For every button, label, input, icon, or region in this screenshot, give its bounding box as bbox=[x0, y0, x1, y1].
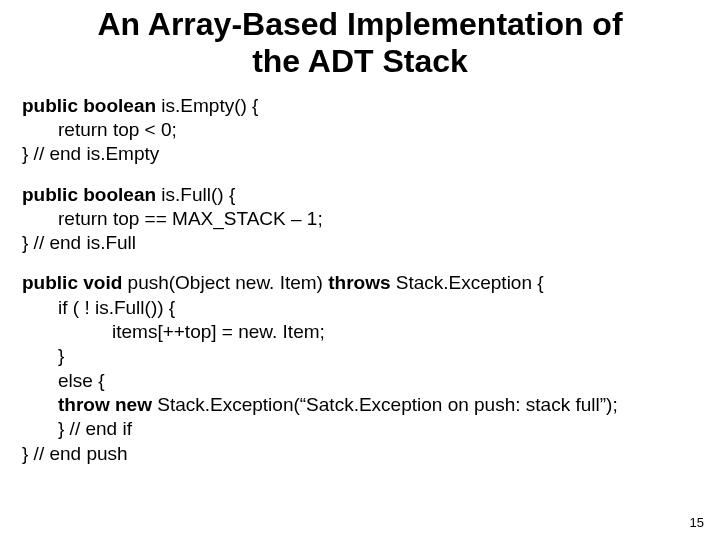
isfull-close: } // end is.Full bbox=[22, 231, 720, 255]
push-else: else { bbox=[22, 369, 720, 393]
keyword: throw new bbox=[58, 394, 152, 415]
isempty-block: public boolean is.Empty() { return top <… bbox=[22, 94, 720, 167]
title-line-2: the ADT Stack bbox=[0, 43, 720, 80]
throw-rest: Stack.Exception(“Satck.Exception on push… bbox=[152, 394, 618, 415]
title-line-1: An Array-Based Implementation of bbox=[0, 6, 720, 43]
push-block: public void push(Object new. Item) throw… bbox=[22, 271, 720, 466]
isempty-close: } // end is.Empty bbox=[22, 142, 720, 166]
push-throw: throw new Stack.Exception(“Satck.Excepti… bbox=[22, 393, 720, 417]
push-closeelse: } // end if bbox=[22, 417, 720, 441]
page-number: 15 bbox=[690, 515, 704, 530]
isempty-signature: public boolean is.Empty() { bbox=[22, 94, 720, 118]
isempty-body: return top < 0; bbox=[22, 118, 720, 142]
sig-mid: push(Object new. Item) bbox=[122, 272, 328, 293]
keyword: public boolean bbox=[22, 95, 156, 116]
sig-rest: Stack.Exception { bbox=[390, 272, 543, 293]
isfull-signature: public boolean is.Full() { bbox=[22, 183, 720, 207]
isfull-block: public boolean is.Full() { return top ==… bbox=[22, 183, 720, 256]
keyword: public boolean bbox=[22, 184, 156, 205]
slide-title: An Array-Based Implementation of the ADT… bbox=[0, 0, 720, 80]
sig-rest: is.Full() { bbox=[156, 184, 235, 205]
push-closemethod: } // end push bbox=[22, 442, 720, 466]
code-area: public boolean is.Empty() { return top <… bbox=[0, 94, 720, 466]
push-assign: items[++top] = new. Item; bbox=[22, 320, 720, 344]
sig-rest: is.Empty() { bbox=[156, 95, 258, 116]
slide: An Array-Based Implementation of the ADT… bbox=[0, 0, 720, 540]
isfull-body: return top == MAX_STACK – 1; bbox=[22, 207, 720, 231]
keyword: public void bbox=[22, 272, 122, 293]
push-closeif: } bbox=[22, 344, 720, 368]
push-if: if ( ! is.Full()) { bbox=[22, 296, 720, 320]
push-signature: public void push(Object new. Item) throw… bbox=[22, 271, 720, 295]
keyword: throws bbox=[328, 272, 390, 293]
